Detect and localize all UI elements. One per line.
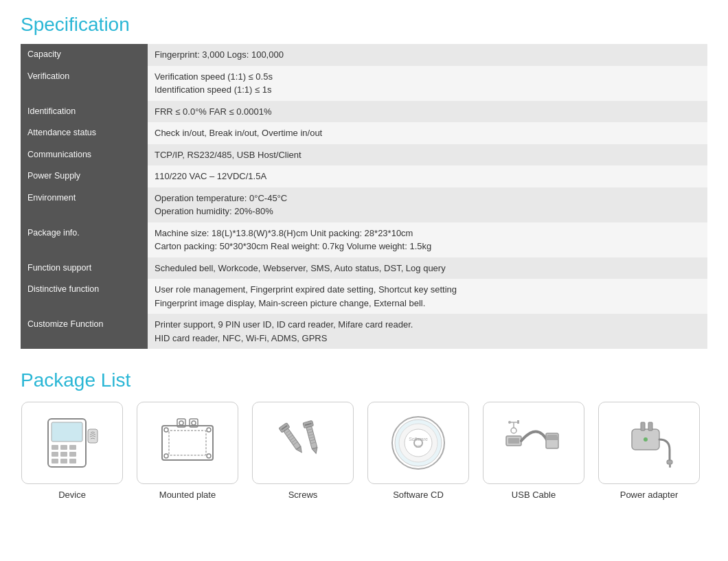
svg-text:Software: Software: [409, 437, 428, 442]
table-row: VerificationVerification speed (1:1) ≤ 0…: [21, 66, 707, 101]
svg-point-15: [207, 428, 211, 432]
package-title: Package List: [21, 369, 707, 391]
svg-point-16: [164, 454, 168, 458]
spec-value: Check in/out, Break in/out, Overtime in/…: [148, 122, 707, 144]
spec-label: Communications: [21, 144, 148, 166]
mounted-plate-icon: [137, 402, 238, 484]
spec-label: Distinctive function: [21, 279, 148, 314]
table-row: Function supportScheduled bell, Workcode…: [21, 257, 707, 279]
spec-label: Verification: [21, 66, 148, 101]
list-item: Power adapter: [598, 402, 701, 500]
svg-rect-50: [508, 438, 519, 444]
spec-label: Environment: [21, 187, 148, 222]
table-row: Customize FunctionPrinter support, 9 PIN…: [21, 314, 707, 349]
table-row: EnvironmentOperation temperature: 0°C-45…: [21, 187, 707, 222]
table-row: Power Supply110/220 VAC – 12VDC/1.5A: [21, 165, 707, 187]
spec-label: Customize Function: [21, 314, 148, 349]
svg-marker-41: [312, 448, 319, 455]
svg-rect-7: [69, 452, 76, 457]
spec-value: Fingerprint: 3,000 Logs: 100,000: [148, 44, 707, 66]
list-item: Software CD Software CD: [367, 402, 470, 500]
svg-marker-52: [546, 435, 558, 440]
svg-point-56: [508, 421, 511, 424]
spec-value: Verification speed (1:1) ≤ 0.5sIdentific…: [148, 66, 707, 101]
svg-rect-13: [169, 431, 206, 455]
usb-cable-icon: [483, 402, 584, 484]
power-adapter-icon: [598, 402, 700, 484]
table-row: IdentificationFRR ≤ 0.0°% FAR ≤ 0.0001%: [21, 101, 707, 123]
spec-label: Power Supply: [21, 165, 148, 187]
table-row: Distinctive functionUser role management…: [21, 279, 707, 314]
package-item-label: Power adapter: [620, 490, 679, 500]
svg-point-14: [164, 428, 168, 432]
spec-label: Identification: [21, 101, 148, 123]
svg-rect-2: [52, 445, 58, 450]
svg-rect-8: [52, 459, 58, 463]
package-item-label: USB Cable: [512, 490, 556, 500]
svg-point-53: [511, 428, 516, 433]
spec-value: Scheduled bell, Workcode, Webserver, SMS…: [148, 257, 707, 279]
svg-rect-4: [69, 445, 76, 450]
svg-point-17: [207, 454, 211, 458]
svg-rect-6: [60, 452, 67, 457]
spec-value: Printer support, 9 PIN user ID, ID card …: [148, 314, 707, 349]
svg-rect-3: [60, 445, 67, 450]
table-row: CommunicationsTCP/IP, RS232/485, USB Hos…: [21, 144, 707, 166]
svg-point-21: [192, 421, 196, 425]
spec-label: Package info.: [21, 222, 148, 257]
table-row: Package info.Machine size: 18(L)*13.8(W)…: [21, 222, 707, 257]
spec-value: 110/220 VAC – 12VDC/1.5A: [148, 165, 707, 187]
svg-point-63: [644, 437, 648, 442]
package-item-label: Device: [58, 490, 86, 500]
package-item-label: Software CD: [393, 490, 444, 500]
svg-rect-61: [667, 460, 672, 464]
spec-label: Function support: [21, 257, 148, 279]
svg-rect-57: [517, 420, 519, 424]
svg-rect-5: [52, 452, 58, 457]
list-item: Screws: [251, 402, 354, 500]
svg-rect-9: [60, 459, 67, 463]
package-items-container: Device Mounted plate: [21, 402, 707, 500]
package-item-label: Screws: [288, 490, 318, 500]
svg-rect-62: [669, 464, 671, 468]
svg-rect-1: [52, 422, 82, 442]
list-item: Mounted plate: [136, 402, 239, 500]
package-item-label: Mounted plate: [159, 490, 216, 500]
spec-value: TCP/IP, RS232/485, USB Host/Client: [148, 144, 707, 166]
svg-text:CD: CD: [416, 444, 422, 448]
table-row: CapacityFingerprint: 3,000 Logs: 100,000: [21, 44, 707, 66]
spec-title: Specification: [21, 14, 707, 36]
cd-icon: Software CD: [367, 402, 469, 484]
package-section: Package List: [21, 369, 707, 500]
table-row: Attendance statusCheck in/out, Break in/…: [21, 122, 707, 144]
spec-value: Machine size: 18(L)*13.8(W)*3.8(H)cm Uni…: [148, 222, 707, 257]
spec-value: User role management, Fingerprint expire…: [148, 279, 707, 314]
specification-table: CapacityFingerprint: 3,000 Logs: 100,000…: [21, 44, 707, 349]
svg-rect-59: [641, 422, 645, 431]
svg-rect-10: [69, 459, 76, 463]
list-item: Device: [21, 402, 124, 500]
svg-rect-60: [648, 422, 652, 431]
spec-label: Attendance status: [21, 122, 148, 144]
device-icon: [21, 402, 123, 484]
svg-point-19: [179, 421, 183, 425]
spec-value: Operation temperature: 0°C-45°COperation…: [148, 187, 707, 222]
spec-value: FRR ≤ 0.0°% FAR ≤ 0.0001%: [148, 101, 707, 123]
screws-icon: [252, 402, 354, 484]
list-item: USB Cable: [482, 402, 585, 500]
spec-label: Capacity: [21, 44, 148, 66]
